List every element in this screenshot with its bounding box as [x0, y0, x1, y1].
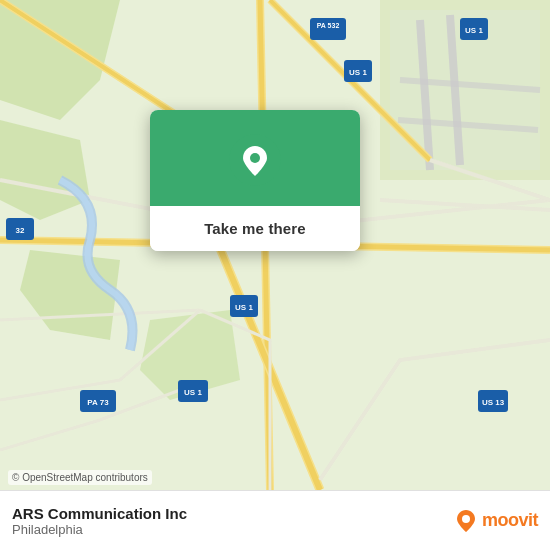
svg-point-29 [250, 153, 260, 163]
location-title: ARS Communication Inc [12, 505, 452, 522]
map-view: PA PA PA 532 US 1 US 1 US 1 US 1 32 PA 7… [0, 0, 550, 490]
moovit-brand-text: moovit [482, 510, 538, 531]
svg-text:PA 73: PA 73 [87, 398, 109, 407]
location-city: Philadelphia [12, 522, 452, 537]
map-attribution: © OpenStreetMap contributors [8, 470, 152, 485]
take-me-there-button[interactable]: Take me there [150, 206, 360, 251]
location-pin-icon [229, 134, 281, 186]
svg-text:US 13: US 13 [482, 398, 505, 407]
popup-header [150, 110, 360, 206]
svg-point-30 [462, 515, 470, 523]
svg-text:US 1: US 1 [235, 303, 253, 312]
footer-location-info: ARS Communication Inc Philadelphia [12, 505, 452, 537]
svg-text:US 1: US 1 [349, 68, 367, 77]
svg-text:US 1: US 1 [465, 26, 483, 35]
location-popup: Take me there [150, 110, 360, 251]
svg-text:US 1: US 1 [184, 388, 202, 397]
moovit-pin-icon [452, 507, 480, 535]
footer-bar: ARS Communication Inc Philadelphia moovi… [0, 490, 550, 550]
moovit-logo: moovit [452, 507, 538, 535]
svg-text:32: 32 [16, 226, 25, 235]
svg-text:PA 532: PA 532 [317, 22, 340, 29]
